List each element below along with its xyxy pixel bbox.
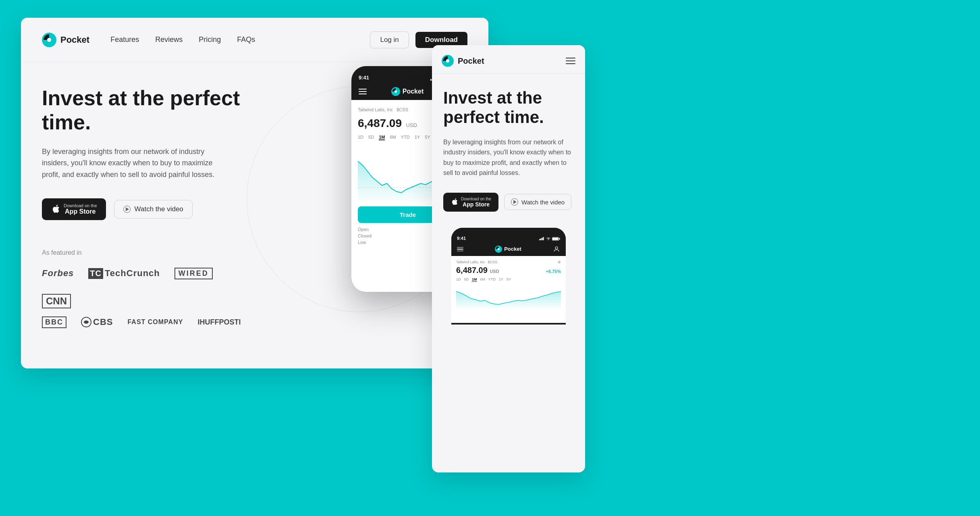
mini-chart xyxy=(456,284,561,308)
mobile-appstore-text: Download on the App Store xyxy=(461,197,491,208)
phone-logo: Pocket xyxy=(391,87,424,96)
mobile-card: Pocket Invest at the perfect time. By le… xyxy=(432,45,585,472)
svg-rect-2 xyxy=(430,79,432,81)
mini-stock-company: Tailwind Labs, Inc $CSS xyxy=(456,260,497,264)
mobile-pocket-logo-icon xyxy=(442,55,454,67)
svg-point-10 xyxy=(394,90,397,93)
mini-stock-price: 6,487.09 USD xyxy=(456,266,499,275)
nav-features[interactable]: Features xyxy=(110,35,139,44)
featured-label: As featured in xyxy=(42,249,251,256)
mobile-navbar: Pocket xyxy=(432,45,585,74)
phone-notch xyxy=(388,66,428,76)
stock-company: Tailwind Labs, Inc $CSS xyxy=(358,107,408,112)
phone-brand-name: Pocket xyxy=(403,88,424,95)
mini-stock-change: +6.75% xyxy=(546,269,561,274)
svg-rect-19 xyxy=(543,237,544,241)
svg-rect-16 xyxy=(539,239,540,240)
tab-1y[interactable]: 1Y xyxy=(415,135,420,140)
tab-5d[interactable]: 5D xyxy=(368,135,374,140)
logo[interactable]: Pocket xyxy=(42,33,89,47)
mobile-apple-icon xyxy=(451,198,458,206)
mini-menu-icon xyxy=(457,247,463,252)
mobile-appstore-main: App Store xyxy=(461,201,491,208)
nav-pricing[interactable]: Pricing xyxy=(199,35,221,44)
hero-subtitle: By leveraging insights from our network … xyxy=(42,146,227,181)
nav-reviews[interactable]: Reviews xyxy=(155,35,183,44)
svg-rect-17 xyxy=(540,239,541,241)
hamburger-line-1 xyxy=(566,58,575,58)
hero-buttons: Download on the App Store Watch the vide… xyxy=(42,198,251,220)
mobile-phone-area: 9:41 xyxy=(443,228,574,325)
mini-brand-name: Pocket xyxy=(504,246,521,252)
open-label: Open xyxy=(358,227,369,232)
mobile-phone-time: 9:41 xyxy=(457,236,466,241)
cbs-logo: CBS xyxy=(81,317,113,327)
svg-point-1 xyxy=(47,38,51,42)
mobile-watch-label: Watch the video xyxy=(521,199,565,206)
hero-content: Invest at the perfect time. By leveragin… xyxy=(42,86,251,368)
stock-currency: USD xyxy=(406,122,417,128)
cnn-logo: CNN xyxy=(42,294,71,308)
logos-row-2: BBC CBS FAST COMPANY IHUFFPOSTI xyxy=(42,316,251,328)
watch-video-button[interactable]: Watch the video xyxy=(114,200,193,218)
tab-6m[interactable]: 6M xyxy=(390,135,396,140)
play-icon xyxy=(123,206,131,213)
wired-logo: WIRED xyxy=(174,268,213,279)
svg-point-24 xyxy=(498,248,500,250)
tab-5y[interactable]: 5Y xyxy=(425,135,430,140)
mobile-phone-mockup: 9:41 xyxy=(451,228,566,325)
appstore-text: Download on the App Store xyxy=(64,203,97,215)
hamburger-line-2 xyxy=(566,60,575,61)
phone-time: 9:41 xyxy=(359,75,369,81)
mobile-menu-button[interactable] xyxy=(566,58,575,64)
forbes-logo: Forbes xyxy=(42,268,74,279)
hamburger-line-3 xyxy=(566,63,575,64)
mobile-phone-notch xyxy=(492,228,525,236)
tab-1d[interactable]: 1D xyxy=(358,135,363,140)
appstore-sub: Download on the xyxy=(64,203,97,208)
hero-section: Invest at the perfect time. By leveragin… xyxy=(21,62,488,368)
mobile-appstore-sub: Download on the xyxy=(461,197,491,201)
watch-label: Watch the video xyxy=(135,205,183,213)
mobile-hero-subtitle: By leveraging insights from our network … xyxy=(443,137,574,178)
mobile-watch-video-button[interactable]: Watch the video xyxy=(504,194,571,210)
mini-user-icon xyxy=(553,246,560,253)
appstore-button[interactable]: Download on the App Store xyxy=(42,198,106,220)
svg-rect-21 xyxy=(552,238,559,240)
pocket-logo-icon xyxy=(42,33,56,47)
featured-section: As featured in Forbes TC TechCrunch WIRE… xyxy=(42,249,251,328)
mobile-appstore-button[interactable]: Download on the App Store xyxy=(443,193,498,212)
apple-icon xyxy=(51,204,60,214)
logos-row-1: Forbes TC TechCrunch WIRED CNN xyxy=(42,268,251,308)
svg-rect-22 xyxy=(559,238,560,239)
svg-point-15 xyxy=(446,59,449,62)
mobile-play-icon xyxy=(511,198,518,206)
mobile-battery-icon xyxy=(552,237,560,241)
low-label: Low xyxy=(358,240,366,245)
fastco-logo: FAST COMPANY xyxy=(127,318,183,326)
brand-name: Pocket xyxy=(60,35,89,45)
svg-point-25 xyxy=(555,247,558,249)
mini-pocket-logo xyxy=(495,246,502,253)
bbc-logo: BBC xyxy=(42,316,66,328)
svg-rect-18 xyxy=(542,238,542,240)
closed-label: Closed xyxy=(358,233,372,238)
mobile-wifi-icon xyxy=(546,237,551,240)
nav-faqs[interactable]: FAQs xyxy=(237,35,255,44)
appstore-main: App Store xyxy=(64,208,97,215)
desktop-card: Pocket Features Reviews Pricing FAQs Log… xyxy=(21,18,488,368)
tab-1m[interactable]: 1M xyxy=(379,135,385,140)
mini-phone-content: Tailwind Labs, Inc $CSS ⊕ 6,487.09 USD +… xyxy=(451,256,566,323)
nav-links: Features Reviews Pricing FAQs xyxy=(110,35,370,44)
huffpost-logo: IHUFFPOSTI xyxy=(197,318,241,327)
techcrunch-logo: TC TechCrunch xyxy=(88,268,160,279)
mobile-play-triangle xyxy=(513,200,517,204)
mobile-brand-name: Pocket xyxy=(458,56,484,66)
mobile-logo[interactable]: Pocket xyxy=(442,55,484,67)
mobile-hero-title: Invest at the perfect time. xyxy=(443,88,574,127)
tab-ytd[interactable]: YTD xyxy=(401,135,410,140)
mobile-hero-buttons: Download on the App Store Watch the vide… xyxy=(443,193,574,212)
hero-title: Invest at the perfect time. xyxy=(42,86,251,135)
mobile-hero: Invest at the perfect time. By leveragin… xyxy=(432,74,585,325)
login-button[interactable]: Log in xyxy=(370,31,409,48)
